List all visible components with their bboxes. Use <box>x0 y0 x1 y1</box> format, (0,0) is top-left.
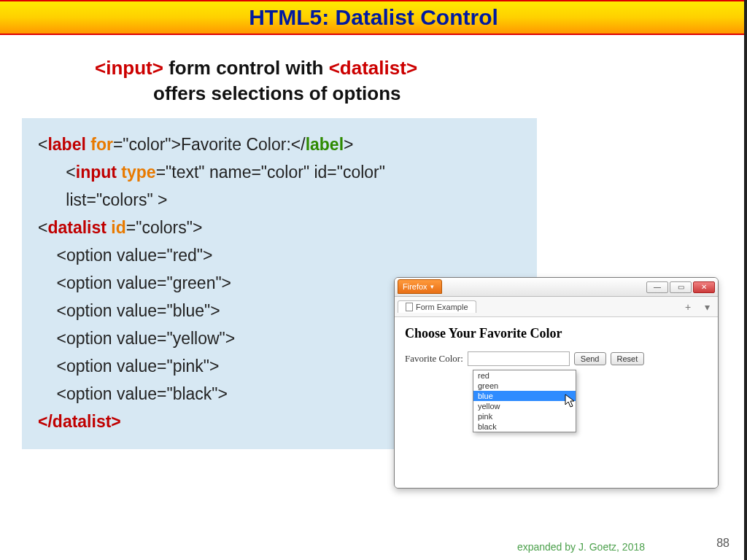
tab-title: Form Example <box>416 303 468 311</box>
subtitle-input-tag: <input> <box>95 57 163 79</box>
code-line-3: list="colors" > <box>38 187 521 214</box>
close-button[interactable]: ✕ <box>693 281 715 293</box>
document-icon <box>406 303 413 311</box>
demo-titlebar: Firefox ▾ — ▭ ✕ <box>395 278 718 297</box>
chevron-down-icon: ▾ <box>430 283 434 290</box>
code-line-1: <label for="color">Favorite Color:</labe… <box>38 131 521 159</box>
send-button[interactable]: Send <box>574 352 606 365</box>
code-line-4: <datalist id="colors"> <box>38 214 521 242</box>
code-line-7: <option value="blue"> <box>38 298 388 325</box>
browser-tab[interactable]: Form Example <box>398 300 476 313</box>
color-input[interactable] <box>468 351 570 366</box>
minimize-button[interactable]: — <box>646 281 668 293</box>
new-tab-button[interactable]: + <box>680 301 696 313</box>
reset-button[interactable]: Reset <box>611 352 645 365</box>
code-line-6: <option value="green"> <box>38 270 388 298</box>
datalist-option[interactable]: red <box>473 370 576 381</box>
demo-form-row: Favorite Color: Send Reset <box>405 351 708 366</box>
subtitle-mid: form control with <box>163 57 329 79</box>
demo-body: Choose Your Favorite Color Favorite Colo… <box>395 317 718 488</box>
datalist-option[interactable]: black <box>473 421 576 432</box>
slide-subtitle: <input> form control with <datalist> off… <box>95 55 747 106</box>
firefox-menu-button[interactable]: Firefox ▾ <box>398 279 442 294</box>
datalist-option[interactable]: pink <box>473 411 576 421</box>
cursor-icon <box>565 394 576 408</box>
right-edge-decoration <box>744 0 747 560</box>
page-number: 88 <box>716 537 729 550</box>
code-line-10: <option value="black"> <box>38 381 388 408</box>
datalist-option-selected[interactable]: blue <box>473 391 576 401</box>
datalist-dropdown: red green blue yellow pink black <box>473 370 576 432</box>
slide-title-bar: HTML5: Datalist Control <box>0 0 747 35</box>
code-line-8: <option value="yellow"> <box>38 325 388 353</box>
footer-credit: expanded by J. Goetz, 2018 <box>517 541 645 553</box>
subtitle-datalist-tag: <datalist> <box>329 57 417 79</box>
code-line-2: <input type="text" name="color" id="colo… <box>38 159 521 187</box>
datalist-option[interactable]: yellow <box>473 401 576 411</box>
subtitle-line2: offers selections of options <box>153 81 747 106</box>
tab-strip: Form Example + ▾ <box>395 297 718 317</box>
firefox-label: Firefox <box>403 282 427 291</box>
datalist-option[interactable]: green <box>473 381 576 391</box>
slide-title: HTML5: Datalist Control <box>249 5 498 30</box>
tab-dropdown-button[interactable]: ▾ <box>699 301 715 313</box>
demo-label: Favorite Color: <box>405 353 463 365</box>
code-line-9: <option value="pink"> <box>38 353 388 381</box>
code-line-5: <option value="red"> <box>38 242 388 270</box>
window-controls: — ▭ ✕ <box>646 278 718 296</box>
maximize-button[interactable]: ▭ <box>670 281 692 293</box>
demo-heading: Choose Your Favorite Color <box>405 326 708 341</box>
demo-window: Firefox ▾ — ▭ ✕ Form Example + ▾ Choose … <box>394 277 719 489</box>
